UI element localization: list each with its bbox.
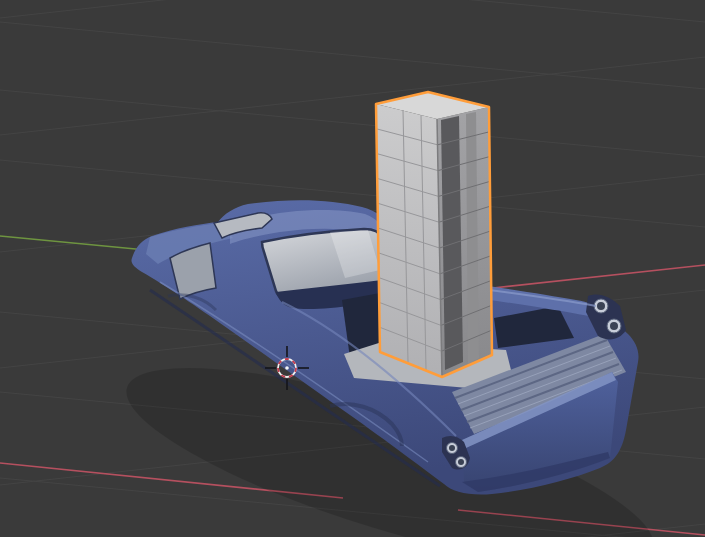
viewport-canvas[interactable] (0, 0, 705, 537)
box-stack-object[interactable] (376, 92, 492, 377)
box-face-left[interactable] (376, 104, 442, 377)
blender-3d-viewport[interactable] (0, 0, 705, 537)
cursor-center-dot (285, 366, 289, 370)
